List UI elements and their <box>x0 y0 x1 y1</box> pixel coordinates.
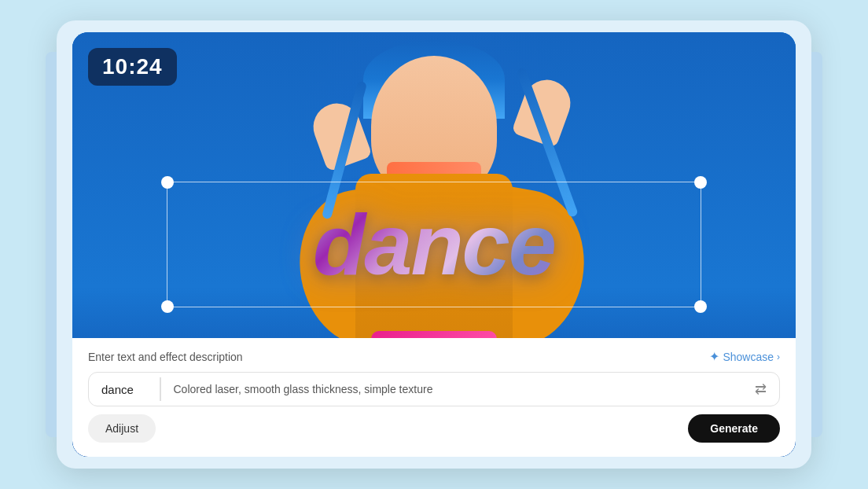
dance-text: dance <box>313 201 555 288</box>
action-row: Adijust Generate <box>88 414 780 443</box>
input-row: dance Colored laser, smooth glass thickn… <box>88 372 780 406</box>
panel-header: Enter text and effect description ✦ Show… <box>88 349 780 364</box>
bottom-panel: Enter text and effect description ✦ Show… <box>72 338 796 457</box>
shuffle-button[interactable]: ⇄ <box>742 373 779 406</box>
main-card: 10:24 dance Enter text and effect descri… <box>72 32 796 457</box>
sparkle-icon: ✦ <box>709 349 719 364</box>
side-decoration-left <box>46 52 57 437</box>
outer-card: 10:24 dance Enter text and effect descri… <box>57 20 811 469</box>
dance-text-overlay[interactable]: dance <box>313 201 555 288</box>
time-badge: 10:24 <box>88 48 177 86</box>
handle-bottom-left[interactable] <box>161 300 174 313</box>
chevron-icon: › <box>777 351 780 362</box>
text-input[interactable]: dance <box>89 373 160 406</box>
handle-top-left[interactable] <box>161 176 174 189</box>
showcase-link[interactable]: ✦ Showcase › <box>709 349 780 364</box>
adjust-button[interactable]: Adijust <box>88 414 156 443</box>
generate-button[interactable]: Generate <box>688 414 780 443</box>
shuffle-icon: ⇄ <box>755 381 767 398</box>
handle-top-right[interactable] <box>694 176 707 189</box>
side-decoration-right <box>811 52 822 437</box>
description-input[interactable]: Colored laser, smooth glass thickness, s… <box>161 373 743 405</box>
panel-header-label: Enter text and effect description <box>88 351 243 363</box>
handle-bottom-right[interactable] <box>694 300 707 313</box>
showcase-label: Showcase <box>723 351 774 363</box>
